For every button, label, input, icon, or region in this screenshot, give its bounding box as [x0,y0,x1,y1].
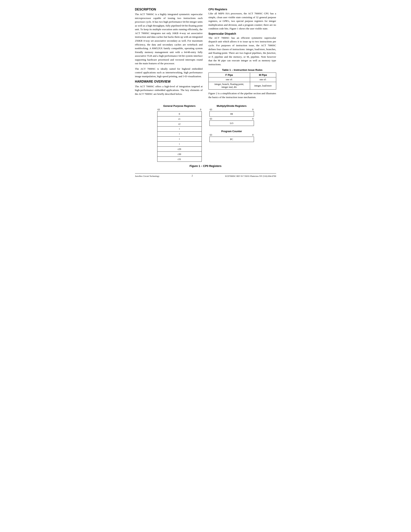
figure-caption: Figure 1 – CP0 Registers [135,164,276,168]
right-column: CPU Registers Like all MIPS ISA processo… [208,8,276,101]
gpr-bit-high: 63 [158,108,160,111]
page-footer: Aeroflex Circuit Technology 2 SCD7000SC … [135,173,276,177]
instruction-issue-table: F Pipe M Pipe one of: one of: integer, b… [208,73,276,90]
md-lo-bit-low: 0 [252,117,253,120]
footer-left: Aeroflex Circuit Technology [135,175,159,177]
gpr-row-dot4: • [157,142,202,147]
gpr-table: 0 r1 r2 • • • • r29 r30 r31 [157,111,202,162]
cpu-registers-title: CPU Registers [208,8,276,11]
gpr-row-dot2: • [157,132,202,137]
footer-right: SCD7000SC REV B 7/30/01 Plainview NY (51… [225,175,276,177]
lo-register: LO [209,121,254,126]
table-row-fpipe: integer, branch, floating-point,integer … [208,82,250,90]
table-row: r31 [157,157,202,162]
gpr-row-r2: r2 [157,122,202,126]
table-row: • [157,142,202,147]
table1-footnote: Figure 2 is a simplification of the pipe… [208,92,276,99]
gpr-row-0: 0 [157,111,202,116]
pc-bit-high: 63 [210,133,212,136]
right-registers-block: Multiply/Divide Registers 63 0 HI 63 0 L… [209,104,254,142]
gpr-row-dot1: • [157,126,202,132]
table-subheader-fpipe: one of: [208,77,250,82]
table-header-fpipe: F Pipe [208,73,250,77]
table-row: • [157,137,202,142]
pc-label: Program Counter [209,130,254,133]
table-row: r1 [157,116,202,122]
description-title: DESCRIPTION [135,8,203,11]
md-lo-bit-header: 63 0 [209,117,254,120]
table-row-mpipe: integer, load/store [250,82,276,90]
gpr-diagram: General Purpose Registers 63 0 0 r1 r2 •… [157,104,202,162]
md-label: Multiply/Divide Registers [217,104,247,107]
md-hi-bit-high: 63 [210,108,212,111]
pc-register: PC [209,137,254,142]
register-diagrams-section: General Purpose Registers 63 0 0 r1 r2 •… [135,104,276,162]
table-subheader-mpipe: one of: [250,77,276,82]
gpr-bit-low: 0 [200,108,201,111]
superscalar-dispatch-para: The ACT 7000SC has an efficient symmetri… [208,36,276,66]
description-para-2: The ACT 7000SC is ideally suited for hig… [135,67,203,78]
description-para-1: The ACT 7000SC is a highly integrated sy… [135,12,203,65]
hardware-overview-para: The ACT 7000SC offers a high-level of in… [135,85,203,96]
left-column: DESCRIPTION The ACT 7000SC is a highly i… [135,8,203,101]
table-row: • [157,126,202,132]
pc-bit-header: 63 0 [209,133,254,136]
gpr-row-r29: r29 [157,147,202,152]
cpu-registers-para: Like all MIPS ISA processors, the ACT 70… [208,12,276,30]
table-row: 0 [157,111,202,116]
table-row: • [157,132,202,137]
superscalar-dispatch-title: Superscalar Dispatch [208,32,276,35]
pc-diagram: Program Counter 63 0 PC [209,130,254,142]
gpr-row-dot3: • [157,137,202,142]
hardware-overview-title: HARDWARE OVERVIEW [135,80,203,83]
gpr-row-r30: r30 [157,152,202,157]
md-hi-bit-header: 63 0 [209,108,254,111]
gpr-row-r31: r31 [157,157,202,162]
gpr-label: General Purpose Registers [163,104,196,107]
gpr-bit-header: 63 0 [157,108,202,111]
gpr-row-r1: r1 [157,116,202,122]
md-hi-bit-low: 0 [252,108,253,111]
pc-bit-low: 0 [252,133,253,136]
table-row: r30 [157,152,202,157]
md-lo-bit-high: 63 [210,117,212,120]
table-row: r2 [157,122,202,126]
table1-title: Table 1 – Instruction Issue Rules [208,68,276,71]
hi-register: HI [209,111,254,117]
footer-page-number: 2 [192,174,193,177]
table-row: r29 [157,147,202,152]
table-header-mpipe: M Pipe [250,73,276,77]
